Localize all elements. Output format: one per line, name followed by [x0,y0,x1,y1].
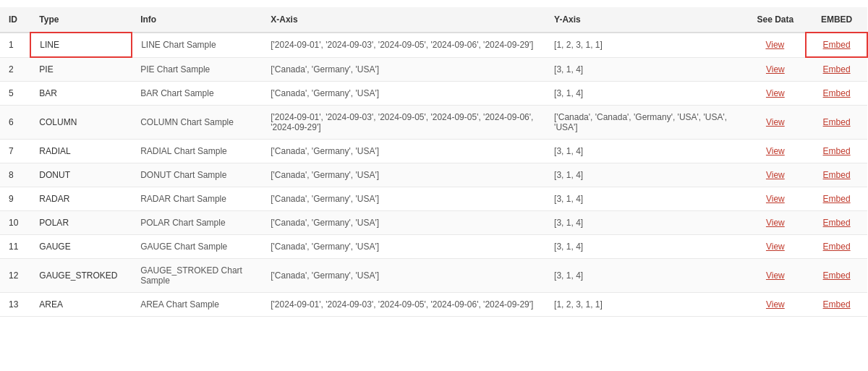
cell-info: POLAR Chart Sample [132,211,262,235]
cell-embed[interactable]: Embed [806,211,867,235]
cell-yaxis: [1, 2, 3, 1, 1] [545,33,744,57]
cell-xaxis: ['2024-09-01', '2024-09-03', '2024-09-05… [262,293,545,317]
cell-view[interactable]: View [744,106,806,140]
cell-id: 11 [0,235,30,259]
cell-xaxis: ['Canada', 'Germany', 'USA'] [262,163,545,187]
view-link[interactable]: View [766,64,785,74]
cell-id: 5 [0,82,30,106]
cell-type: LINE [30,33,132,57]
table-row: 8DONUTDONUT Chart Sample['Canada', 'Germ… [0,163,867,187]
embed-link[interactable]: Embed [823,40,851,50]
cell-id: 13 [0,293,30,317]
embed-link[interactable]: Embed [823,242,851,252]
embed-link[interactable]: Embed [823,117,851,127]
cell-info: LINE Chart Sample [132,33,262,57]
embed-link[interactable]: Embed [823,194,851,204]
table-row: 6COLUMNCOLUMN Chart Sample['2024-09-01',… [0,106,867,140]
cell-view[interactable]: View [744,57,806,82]
cell-view[interactable]: View [744,235,806,259]
view-link[interactable]: View [766,146,785,156]
cell-view[interactable]: View [744,140,806,163]
cell-type: GAUGE_STROKED [30,259,132,293]
cell-id: 7 [0,140,30,163]
view-link[interactable]: View [766,88,785,98]
cell-type: RADAR [30,187,132,211]
cell-id: 1 [0,33,30,57]
cell-embed[interactable]: Embed [806,82,867,106]
cell-type: PIE [30,57,132,82]
cell-type: COLUMN [30,106,132,140]
table-row: 5BARBAR Chart Sample['Canada', 'Germany'… [0,82,867,106]
view-link[interactable]: View [766,299,785,310]
header-info: Info [132,7,262,33]
cell-info: RADIAL Chart Sample [132,140,262,163]
cell-type: RADIAL [30,140,132,163]
cell-view[interactable]: View [744,259,806,293]
cell-id: 10 [0,211,30,235]
cell-info: RADAR Chart Sample [132,187,262,211]
table-row: 2PIEPIE Chart Sample['Canada', 'Germany'… [0,57,867,82]
table-row: 13AREAAREA Chart Sample['2024-09-01', '2… [0,293,867,317]
cell-xaxis: ['2024-09-01', '2024-09-03', '2024-09-05… [262,106,545,140]
cell-embed[interactable]: Embed [806,57,867,82]
cell-type: POLAR [30,211,132,235]
header-embed: EMBED [806,7,867,33]
cell-yaxis: [3, 1, 4] [545,140,744,163]
table-row: 11GAUGEGAUGE Chart Sample['Canada', 'Ger… [0,235,867,259]
header-type: Type [30,7,132,33]
view-link[interactable]: View [765,40,784,50]
cell-info: AREA Chart Sample [132,293,262,317]
cell-info: COLUMN Chart Sample [132,106,262,140]
table-row: 1LINELINE Chart Sample['2024-09-01', '20… [0,33,867,57]
cell-yaxis: [3, 1, 4] [545,211,744,235]
cell-view[interactable]: View [744,293,806,317]
embed-link[interactable]: Embed [823,146,851,156]
cell-type: AREA [30,293,132,317]
cell-xaxis: ['Canada', 'Germany', 'USA'] [262,57,545,82]
embed-link[interactable]: Embed [823,88,851,98]
cell-xaxis: ['Canada', 'Germany', 'USA'] [262,187,545,211]
view-link[interactable]: View [766,218,785,228]
table-row: 12GAUGE_STROKEDGAUGE_STROKED Chart Sampl… [0,259,867,293]
cell-embed[interactable]: Embed [806,140,867,163]
embed-link[interactable]: Embed [823,270,851,281]
cell-id: 12 [0,259,30,293]
view-link[interactable]: View [766,117,785,127]
header-xaxis: X-Axis [262,7,545,33]
cell-yaxis: [1, 2, 3, 1, 1] [545,293,744,317]
cell-info: DONUT Chart Sample [132,163,262,187]
cell-xaxis: ['Canada', 'Germany', 'USA'] [262,82,545,106]
embed-link[interactable]: Embed [823,218,851,228]
view-link[interactable]: View [766,170,785,180]
cell-view[interactable]: View [744,82,806,106]
cell-embed[interactable]: Embed [806,235,867,259]
cell-xaxis: ['Canada', 'Germany', 'USA'] [262,140,545,163]
table-header-row: ID Type Info X-Axis Y-Axis See Data EMBE… [0,7,867,33]
cell-id: 8 [0,163,30,187]
cell-info: GAUGE_STROKED Chart Sample [132,259,262,293]
cell-embed[interactable]: Embed [806,293,867,317]
cell-xaxis: ['2024-09-01', '2024-09-03', '2024-09-05… [262,33,545,57]
embed-link[interactable]: Embed [823,64,851,74]
cell-embed[interactable]: Embed [806,106,867,140]
cell-xaxis: ['Canada', 'Germany', 'USA'] [262,259,545,293]
cell-type: DONUT [30,163,132,187]
cell-view[interactable]: View [744,33,806,57]
cell-embed[interactable]: Embed [806,259,867,293]
view-link[interactable]: View [766,242,785,252]
cell-yaxis: [3, 1, 4] [545,235,744,259]
cell-view[interactable]: View [744,187,806,211]
embed-link[interactable]: Embed [823,299,851,310]
cell-embed[interactable]: Embed [806,163,867,187]
cell-embed[interactable]: Embed [806,187,867,211]
view-link[interactable]: View [766,194,785,204]
cell-embed[interactable]: Embed [806,33,867,57]
embed-link[interactable]: Embed [823,170,851,180]
header-id: ID [0,7,30,33]
cell-view[interactable]: View [744,211,806,235]
cell-type: GAUGE [30,235,132,259]
cell-view[interactable]: View [744,163,806,187]
view-link[interactable]: View [766,270,785,281]
cell-yaxis: [3, 1, 4] [545,57,744,82]
main-container: ID Type Info X-Axis Y-Axis See Data EMBE… [0,0,868,324]
